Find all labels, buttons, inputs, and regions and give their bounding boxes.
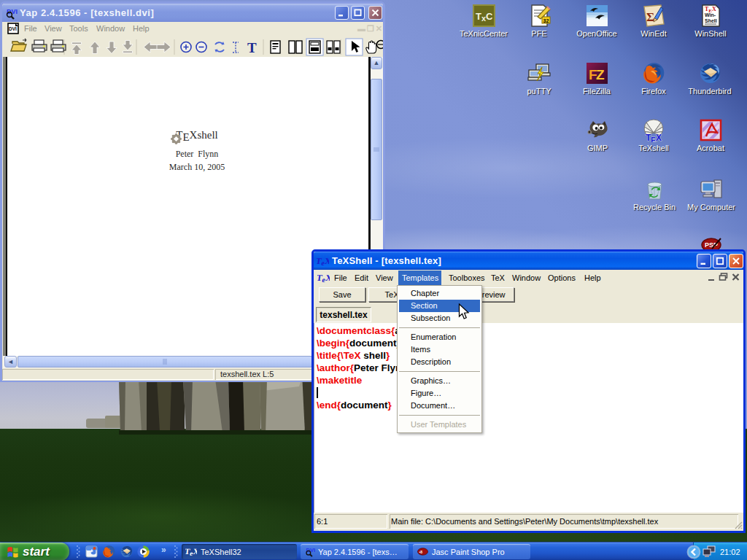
svg-text:Shell: Shell bbox=[705, 18, 717, 23]
svg-text:Σ: Σ bbox=[646, 10, 654, 24]
svg-text:TEX: TEX bbox=[646, 133, 662, 142]
svg-text:DVI: DVI bbox=[9, 26, 17, 31]
svg-text:32: 32 bbox=[543, 18, 549, 23]
svg-text:TeX: TeX bbox=[317, 256, 329, 267]
svg-text:TeX: TeX bbox=[185, 547, 197, 557]
svg-text:T: T bbox=[247, 40, 257, 55]
svg-text:TeX: TeX bbox=[317, 273, 330, 284]
svg-text:Z: Z bbox=[596, 67, 605, 82]
svg-text:Win-: Win- bbox=[705, 12, 716, 18]
svg-text:•8: •8 bbox=[419, 550, 423, 554]
